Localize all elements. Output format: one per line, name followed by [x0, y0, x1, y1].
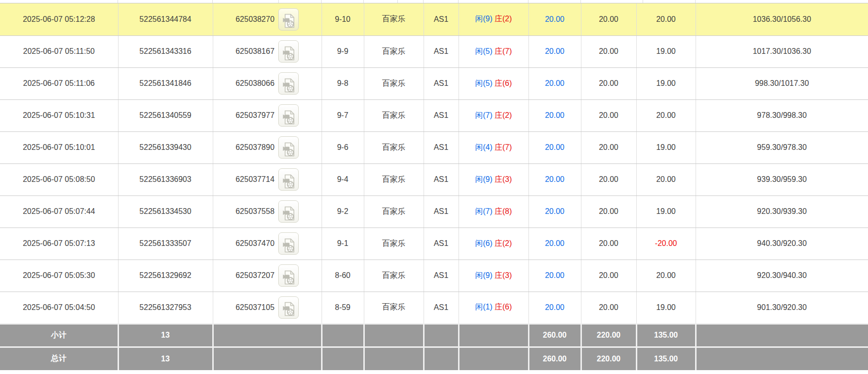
empty-cell	[322, 347, 364, 370]
win-loss-cell: -20.00	[636, 228, 696, 260]
time-cell: 2025-06-07 05:07:44	[0, 195, 118, 228]
bet-amount-cell: 20.00	[528, 3, 581, 35]
time-cell: 2025-06-07 05:04:50	[0, 292, 118, 324]
balance-cell: 1036.30/1056.30	[696, 3, 868, 35]
video-replay-button[interactable]	[278, 168, 299, 191]
time-cell: 2025-06-07 05:11:50	[0, 35, 118, 67]
player-result: 闲(4)	[475, 143, 493, 151]
player-result: 闲(5)	[475, 47, 493, 55]
game-name-cell: 百家乐	[364, 195, 424, 228]
video-replay-button[interactable]	[278, 232, 299, 255]
bet-amount-cell: 20.00	[528, 195, 581, 228]
bet-id-cell: 522561339430	[118, 131, 213, 163]
game-name-cell: 百家乐	[364, 3, 424, 35]
table-row[interactable]: 2025-06-07 05:07:44 522561334530 6250375…	[0, 195, 868, 228]
win-loss-cell: 19.00	[636, 131, 696, 163]
table-row[interactable]: 2025-06-07 05:10:01 522561339430 6250378…	[0, 131, 868, 163]
table-code-cell: AS1	[424, 67, 459, 99]
video-replay-button[interactable]	[278, 72, 299, 95]
player-result: 闲(7)	[475, 207, 493, 215]
video-replay-button[interactable]	[278, 136, 299, 159]
valid-amount-cell: 20.00	[581, 35, 636, 67]
total-count: 13	[118, 347, 213, 370]
table-code-cell: AS1	[424, 260, 459, 292]
bet-amount-cell: 20.00	[528, 163, 581, 195]
video-replay-file-icon	[282, 302, 295, 316]
banker-result: 庄(6)	[494, 79, 512, 87]
table-row[interactable]: 2025-06-07 05:05:30 522561329692 6250372…	[0, 260, 868, 292]
round-number-cell: 9-10	[322, 3, 364, 35]
round-id-cell: 625037890	[213, 131, 322, 163]
round-id-cell: 625038270	[213, 3, 322, 35]
result-cell: 闲(5) 庄(7)	[459, 35, 528, 67]
subtotal-win-loss: 135.00	[636, 324, 696, 347]
result-cell: 闲(9) 庄(3)	[459, 260, 528, 292]
video-replay-button[interactable]	[278, 40, 299, 63]
round-id-cell: 625037105	[213, 292, 322, 324]
round-id-cell: 625037207	[213, 260, 322, 292]
round-id-cell: 625037977	[213, 99, 322, 131]
table-row[interactable]: 2025-06-07 05:11:06 522561341846 6250380…	[0, 67, 868, 99]
valid-amount-cell: 20.00	[581, 131, 636, 163]
video-replay-button[interactable]	[278, 8, 299, 31]
result-cell: 闲(9) 庄(2)	[459, 3, 528, 35]
bet-id-cell: 522561343316	[118, 35, 213, 67]
table-code-cell: AS1	[424, 195, 459, 228]
empty-cell	[696, 324, 868, 347]
round-number-cell: 9-1	[322, 228, 364, 260]
player-result: 闲(6)	[475, 239, 493, 247]
balance-cell: 959.30/978.30	[696, 131, 868, 163]
result-cell: 闲(6) 庄(2)	[459, 228, 528, 260]
player-result: 闲(9)	[475, 175, 493, 183]
balance-cell: 901.30/920.30	[696, 292, 868, 324]
empty-cell	[696, 347, 868, 370]
table-code-cell: AS1	[424, 292, 459, 324]
win-loss-cell: 19.00	[636, 195, 696, 228]
game-name-cell: 百家乐	[364, 292, 424, 324]
truncated-row-top	[0, 0, 868, 3]
table-code-cell: AS1	[424, 3, 459, 35]
total-label: 总计	[0, 347, 118, 370]
video-replay-button[interactable]	[278, 264, 299, 287]
empty-cell	[364, 347, 424, 370]
subtotal-valid-amount: 220.00	[581, 324, 636, 347]
bet-amount-cell: 20.00	[528, 99, 581, 131]
balance-cell: 939.30/959.30	[696, 163, 868, 195]
total-win-loss: 135.00	[636, 347, 696, 370]
table-row-selected[interactable]: 2025-06-07 05:12:28 522561344784 6250382…	[0, 3, 868, 35]
table-row[interactable]: 2025-06-07 05:11:50 522561343316 6250381…	[0, 35, 868, 67]
round-number-cell: 9-6	[322, 131, 364, 163]
table-row[interactable]: 2025-06-07 05:04:50 522561327953 6250371…	[0, 292, 868, 324]
total-row: 总计 13 260.00 220.00 135.00	[0, 347, 868, 370]
empty-cell	[424, 324, 459, 347]
round-id: 625037470	[236, 239, 274, 248]
video-replay-button[interactable]	[278, 104, 299, 127]
time-cell: 2025-06-07 05:05:30	[0, 260, 118, 292]
time-cell: 2025-06-07 05:08:50	[0, 163, 118, 195]
game-name-cell: 百家乐	[364, 228, 424, 260]
time-cell: 2025-06-07 05:10:31	[0, 99, 118, 131]
time-cell: 2025-06-07 05:07:13	[0, 228, 118, 260]
bet-id-cell: 522561341846	[118, 67, 213, 99]
table-row[interactable]: 2025-06-07 05:08:50 522561336903 6250377…	[0, 163, 868, 195]
game-name-cell: 百家乐	[364, 260, 424, 292]
banker-result: 庄(7)	[494, 143, 512, 151]
round-id: 625037977	[236, 111, 274, 120]
empty-cell	[213, 324, 322, 347]
video-replay-button[interactable]	[278, 296, 299, 319]
round-number-cell: 8-59	[322, 292, 364, 324]
subtotal-count: 13	[118, 324, 213, 347]
bet-amount-cell: 20.00	[528, 292, 581, 324]
banker-result: 庄(8)	[494, 207, 512, 215]
player-result: 闲(9)	[475, 271, 493, 279]
video-replay-button[interactable]	[278, 200, 299, 223]
video-replay-file-icon	[282, 142, 295, 157]
video-replay-file-icon	[282, 78, 295, 93]
banker-result: 庄(2)	[494, 15, 512, 23]
table-row[interactable]: 2025-06-07 05:10:31 522561340559 6250379…	[0, 99, 868, 131]
video-replay-file-icon	[282, 238, 295, 253]
bet-id-cell: 522561340559	[118, 99, 213, 131]
bet-id-cell: 522561333507	[118, 228, 213, 260]
result-cell: 闲(5) 庄(6)	[459, 67, 528, 99]
table-row[interactable]: 2025-06-07 05:07:13 522561333507 6250374…	[0, 228, 868, 260]
